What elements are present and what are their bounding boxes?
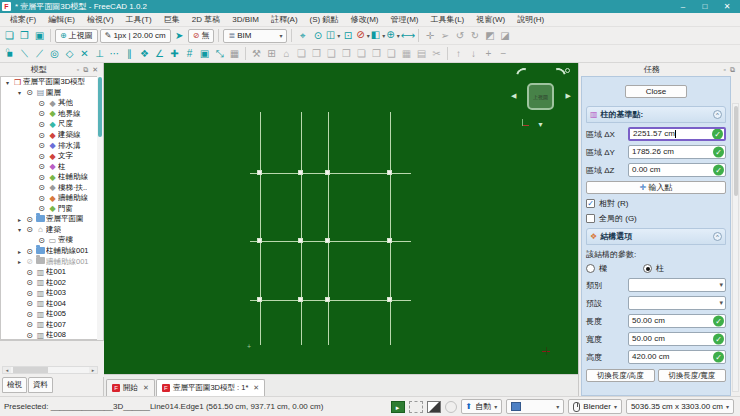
workingplane-proxy-icon[interactable]: ▣ (197, 46, 212, 62)
spreadsheet-icon[interactable]: ▦ (399, 46, 414, 62)
minimize-button[interactable]: – (672, 0, 694, 13)
snap-lock-icon[interactable]: ■ (2, 46, 17, 62)
switch-length-height-button[interactable]: 切換長度/高度 (586, 369, 655, 382)
grid-line-vertical[interactable] (260, 112, 261, 345)
tree-item-壹層平面圖[interactable]: ▸⊙壹層平面圖 (1, 214, 97, 225)
visibility-eye-icon[interactable]: ⊙ (36, 162, 47, 171)
navigation-cube[interactable]: ◀ ▶ ▼ 上視圖 (510, 66, 572, 128)
tree-item-其他[interactable]: ⊙◆其他 (1, 98, 97, 109)
grid-intersection-marker[interactable] (325, 238, 330, 243)
autogroup-dropdown[interactable]: ⬆ 自動 ▾ (461, 399, 503, 414)
grid-intersection-marker[interactable] (298, 297, 303, 302)
menu-12[interactable]: 工具集(L) (424, 14, 470, 25)
grid-intersection-marker[interactable] (257, 297, 262, 302)
move-down-icon[interactable]: ↓ (466, 46, 481, 62)
global-checkbox[interactable] (586, 214, 595, 223)
dy-input[interactable]: 1785.26 cm ✓ (628, 145, 726, 159)
doc-chart-icon[interactable]: ❐ (309, 46, 324, 62)
tab-close-icon[interactable]: ✕ (143, 384, 149, 392)
doc-text-icon[interactable]: ❒ (339, 46, 354, 62)
menu-2[interactable]: 編輯(E) (42, 14, 81, 25)
expander-icon[interactable]: ▸ (15, 216, 24, 223)
scroll-left-icon[interactable]: ◂ (3, 367, 11, 373)
enter-point-button[interactable]: ✛ 輸入點 (586, 181, 726, 194)
new-file-icon[interactable]: ❏ (2, 28, 17, 44)
save-icon[interactable]: ▣ (32, 28, 47, 44)
pan-icon[interactable]: ✛ (422, 28, 437, 44)
navcube-right-arrow[interactable]: ▶ (566, 92, 571, 99)
doc-report-icon[interactable]: ❏ (294, 46, 309, 62)
window-icon[interactable]: ⊞ (264, 46, 279, 62)
menu-8[interactable]: 註釋(A) (265, 14, 304, 25)
doc-gear-icon[interactable]: ❏ (354, 46, 369, 62)
tree-item-柱005[interactable]: ⊙▥柱005 (1, 309, 97, 320)
tab-close-icon[interactable]: ✕ (253, 384, 259, 392)
visibility-eye-icon[interactable]: ⊙ (24, 289, 35, 298)
axonometric-view-icon[interactable]: ◧▾ (370, 27, 385, 44)
collapse-icon[interactable]: ^ (713, 110, 722, 119)
task-scrollbar[interactable] (732, 103, 739, 392)
zoom-fit-all-icon[interactable]: ⌖ (295, 28, 310, 44)
snap-perpendicular-icon[interactable]: ⊥ (92, 46, 107, 62)
orbit-icon[interactable]: ↻ (467, 28, 482, 44)
visibility-eye-icon[interactable]: ⊙ (36, 173, 47, 182)
rotate-left-icon[interactable]: ↺ (452, 28, 467, 44)
task-undock-icon[interactable]: ⧉ (728, 66, 737, 74)
expander-icon[interactable]: ▸ (15, 258, 24, 265)
snap-endpoint-icon[interactable]: ⟍ (17, 46, 32, 62)
maximize-button[interactable]: □ (694, 0, 716, 13)
grid-intersection-marker[interactable] (387, 238, 392, 243)
snap-midpoint-icon[interactable]: ⟋ (32, 46, 47, 62)
doc-copy-icon[interactable]: ❑ (384, 46, 399, 62)
menu-13[interactable]: 視窗(W) (470, 14, 511, 25)
zoom-selection-icon[interactable]: ⊙ (310, 28, 325, 44)
menu-3[interactable]: 檢視(V) (81, 14, 120, 25)
tree-item-圖層[interactable]: ▾⊙▤圖層 (1, 88, 97, 99)
tree-item-尺度[interactable]: ⊙◆尺度 (1, 119, 97, 130)
autogroup-button[interactable]: ⊘無 (188, 29, 215, 43)
visibility-eye-icon[interactable]: ⊙ (36, 204, 47, 213)
move-up-icon[interactable]: ↑ (451, 46, 466, 62)
menu-10[interactable]: 修改(M) (344, 14, 384, 25)
tree-item-柱007[interactable]: ⊙▥柱007 (1, 320, 97, 331)
category-combo[interactable] (628, 278, 726, 292)
menu-11[interactable]: 管理(M) (384, 14, 424, 25)
zoom-tools-icon[interactable]: ⊕▾ (385, 27, 400, 44)
tree-item-建築[interactable]: ▾⊙⌂建築 (1, 225, 97, 236)
tree-item-柱001[interactable]: ⊙▥柱001 (1, 267, 97, 278)
tab-view[interactable]: 檢視 (2, 377, 27, 393)
grid-intersection-marker[interactable] (298, 170, 303, 175)
visibility-eye-icon[interactable]: ⊙ (24, 299, 35, 308)
visibility-eye-icon[interactable]: ⊙ (36, 109, 47, 118)
tree-item-牆輔助線[interactable]: ⊙◆牆輔助線 (1, 193, 97, 204)
column-radio[interactable] (643, 264, 652, 273)
tree-scrollbar[interactable] (97, 76, 103, 340)
visibility-eye-icon[interactable]: ⊙ (36, 183, 47, 192)
doc-share-icon[interactable]: ❐ (369, 46, 384, 62)
visibility-eye-icon[interactable]: ⊙ (36, 131, 47, 140)
visibility-eye-icon[interactable]: ⊙ (24, 310, 35, 319)
remove-icon[interactable]: − (496, 46, 511, 62)
snap-center-icon[interactable]: ◎ (47, 46, 62, 62)
print-doc-icon[interactable]: ▤ (414, 46, 429, 62)
visibility-eye-icon[interactable]: ⊙ (24, 225, 35, 234)
tab-data[interactable]: 資料 (28, 377, 53, 393)
close-window-button[interactable]: ✕ (716, 0, 738, 13)
menu-14[interactable]: 說明(H) (511, 14, 550, 25)
visibility-eye-icon[interactable]: ⊙ (36, 194, 47, 203)
view-dimensions-dropdown[interactable]: 5036.35 cm x 3303.00 cm ▾ (626, 399, 734, 414)
visibility-eye-icon[interactable]: ⊙ (24, 278, 35, 287)
grid-line-vertical[interactable] (390, 112, 391, 345)
visibility-eye-icon[interactable]: ⊙ (36, 152, 47, 161)
tree-item-柱002[interactable]: ⊙▥柱002 (1, 277, 97, 288)
layer-color-dropdown[interactable]: ▾ (506, 399, 564, 414)
visibility-eye-icon[interactable]: ⊙ (24, 247, 35, 256)
visibility-eye-icon[interactable]: ⊙ (24, 88, 35, 97)
tree-item-柱004[interactable]: ⊙▥柱004 (1, 298, 97, 309)
tree-item-壹層平面圖3D模型[interactable]: ▾❒壹層平面圖3D模型 (1, 77, 97, 88)
tools-icon[interactable]: ✂ (429, 46, 444, 62)
panel-close-icon[interactable]: ✕ (90, 66, 100, 74)
wrench-icon[interactable]: ⚒ (249, 46, 264, 62)
snap-angle-icon[interactable]: ◇ (62, 46, 77, 62)
visibility-eye-icon[interactable]: ⊙ (24, 320, 35, 329)
